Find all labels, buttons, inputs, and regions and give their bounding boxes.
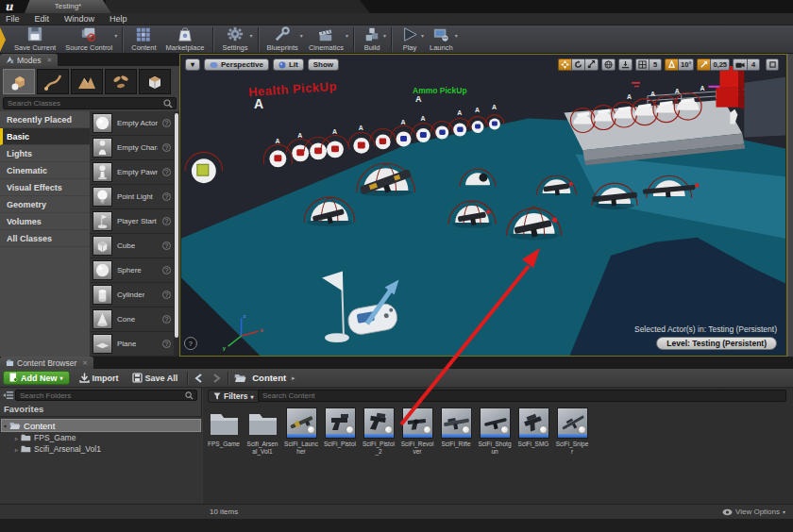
help-icon[interactable]: ? [162,315,171,324]
filters-button[interactable]: Filters ▾ [208,390,260,403]
list-item-point-light[interactable]: Point Light ? [90,185,174,209]
asset-tile-scifi-sniper[interactable]: SciFi_Sniper [555,407,589,455]
settings-button[interactable]: Settings [217,25,252,53]
chevron-down-icon[interactable]: ▾ [114,32,117,39]
move-tool-button[interactable] [558,58,571,71]
asset-tile-scifi-launcher[interactable]: SciFi_Launcher [284,407,318,455]
level-status-button[interactable]: Level: Testing (Persistent) [656,337,777,350]
modes-tab[interactable]: Modes ✕ [0,54,58,66]
list-item-empty-character[interactable]: Empty Character ? [90,136,174,160]
search-classes-input[interactable] [4,99,163,108]
chevron-down-icon[interactable]: ▾ [421,32,424,39]
cinematics-button[interactable]: Cinematics [304,25,348,53]
mode-place-button[interactable] [3,69,35,94]
chevron-down-icon[interactable]: ▾ [383,32,386,39]
menu-help[interactable]: Help [110,14,127,24]
chevron-down-icon[interactable]: ▾ [346,32,348,39]
menu-window[interactable]: Window [64,14,94,24]
asset-tile-scifi-shotgun[interactable]: SciFi_Shotgun [478,407,512,455]
viewport-help-icon[interactable]: ? [184,338,196,350]
content-browser-tab[interactable]: Content Browser ✕ [0,357,93,369]
mode-geometry-button[interactable] [139,69,171,94]
category-lights[interactable]: Lights [0,145,90,162]
chevron-down-icon[interactable]: ▾ [300,32,303,39]
tree-item-scifi-arsenal[interactable]: ▹ Scifi_Arsenal_Vol1 [0,443,202,455]
rotation-snap-button[interactable] [665,58,678,71]
search-folders-input[interactable] [16,391,185,400]
help-icon[interactable]: ? [162,119,171,127]
asset-tile-scifi-pistol[interactable]: SciFi_Pistol [323,407,357,448]
world-space-button[interactable] [601,58,616,71]
list-item-player-start[interactable]: Player Start ? [90,209,174,234]
help-icon[interactable]: ? [162,266,171,274]
asset-tile-scifi-smg[interactable]: SciFi_SMG [516,407,550,448]
collapsed-arrow-icon[interactable]: ▹ [15,446,18,453]
marketplace-button[interactable]: Marketplace [161,25,210,53]
breadcrumb[interactable]: Content [252,373,286,383]
add-new-button[interactable]: Add New ▾ [3,371,70,385]
category-basic[interactable]: Basic [0,128,90,145]
menu-file[interactable]: File [6,14,20,24]
asset-tile-scifi-pistol-2[interactable]: SciFi_Pistol_2 [362,407,396,455]
collapsed-arrow-icon[interactable]: ▹ [15,435,18,441]
perspective-button[interactable]: Perspective [204,58,269,71]
scale-snap-value[interactable]: 0,25 [710,58,730,71]
camera-speed-button[interactable] [733,58,747,71]
help-icon[interactable]: ? [162,168,171,176]
chevron-down-icon[interactable]: ▾ [249,32,252,39]
help-icon[interactable]: ? [162,340,171,348]
import-button[interactable]: Import [76,373,123,383]
level-viewport[interactable]: A A A A A A A A A A A A A [179,54,787,357]
build-button[interactable]: Build [358,25,386,53]
category-recently-placed[interactable]: Recently Placed [0,111,90,128]
folder-tile-scifi-arsenal[interactable]: Scifi_Arsenal_Vol1 [245,407,279,455]
mode-landscape-button[interactable] [71,69,103,94]
list-item-empty-actor[interactable]: Empty Actor ? [90,111,174,136]
forward-arrow-icon[interactable] [211,374,222,383]
chevron-down-icon[interactable]: ▾ [455,32,458,39]
help-icon[interactable]: ? [162,241,171,250]
launch-button[interactable]: Launch [425,25,458,53]
sources-toggle-icon[interactable] [3,391,13,400]
scale-tool-button[interactable] [584,58,599,71]
list-item-cone[interactable]: Cone ? [90,308,174,332]
help-icon[interactable]: ? [162,217,171,225]
list-item-cylinder[interactable]: Cylinder ? [90,283,174,308]
right-panel-edge[interactable] [787,54,793,357]
scrollbar-thumb[interactable] [175,113,178,338]
save-all-button[interactable]: Save All [128,373,182,383]
level-tab[interactable]: Testing* [25,0,111,13]
close-icon[interactable]: ✕ [82,359,88,367]
list-item-sphere[interactable]: Sphere ? [90,258,174,283]
source-control-button[interactable]: Source Control [60,25,117,53]
grid-snap-button[interactable] [635,58,649,71]
camera-speed-value[interactable]: 4 [747,58,760,71]
help-icon[interactable]: ? [162,192,171,201]
surface-snap-button[interactable] [618,58,633,71]
list-item-cube[interactable]: Cube ? [90,234,174,258]
help-icon[interactable]: ? [162,143,171,152]
blueprints-button[interactable]: Blueprints [262,25,303,53]
category-volumes[interactable]: Volumes [0,213,90,230]
show-button[interactable]: Show [308,58,339,71]
expand-arrow-icon[interactable]: ▾ [4,423,7,429]
red-crate-actors[interactable] [716,66,744,109]
folder-tile-fps-game[interactable]: FPS_Game [207,407,241,448]
mode-foliage-button[interactable] [105,69,137,94]
category-geometry[interactable]: Geometry [0,196,90,213]
list-item-plane[interactable]: Plane ? [90,332,174,357]
category-all-classes[interactable]: All Classes [0,230,90,247]
help-icon[interactable]: ? [162,291,171,299]
rotation-snap-value[interactable]: 10° [678,58,694,71]
list-item-empty-pawn[interactable]: Empty Pawn ? [90,160,174,185]
content-button[interactable]: Content [127,25,160,53]
search-content-input[interactable] [259,391,785,400]
tree-item-content[interactable]: ▾ Content [1,419,201,432]
menu-edit[interactable]: Edit [35,14,50,24]
category-cinematic[interactable]: Cinematic [0,162,90,179]
favorites-label[interactable]: Favorites [4,404,43,414]
category-visual-effects[interactable]: Visual Effects [0,179,90,196]
viewport-options-button[interactable]: ▾ [185,58,200,71]
asset-tile-scifi-revolver[interactable]: SciFi_Revolver [400,407,434,455]
lit-button[interactable]: Lit [273,58,304,71]
